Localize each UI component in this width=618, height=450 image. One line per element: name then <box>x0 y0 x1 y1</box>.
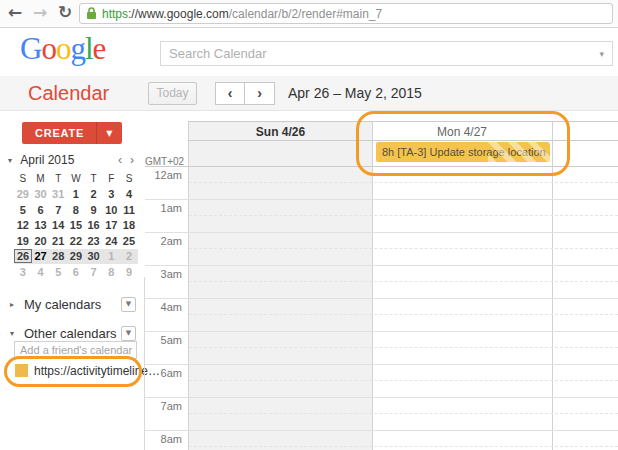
mini-calendar-nav: ▾ April 2015 ‹› <box>8 153 138 167</box>
timezone-label: GMT+02 <box>145 156 184 167</box>
mini-calendar-date[interactable]: 9 <box>120 266 138 278</box>
mini-calendar-date[interactable]: 1 <box>102 250 120 262</box>
mini-calendar-date[interactable]: 13 <box>32 219 50 231</box>
week-nav: ‹ › <box>215 82 275 105</box>
mini-calendar-day-headers: SMTWTFS <box>14 171 138 187</box>
hour-grid-line <box>145 232 618 233</box>
hour-grid-line <box>145 364 618 365</box>
sunday-column-shading <box>189 121 372 450</box>
mini-calendar-date[interactable]: 22 <box>67 235 85 247</box>
mini-calendar-date[interactable]: 14 <box>49 219 67 231</box>
mini-calendar-date[interactable]: 8 <box>102 266 120 278</box>
mini-calendar-date[interactable]: 28 <box>49 250 67 262</box>
add-friend-calendar-input[interactable]: Add a friend's calendar <box>14 341 137 359</box>
mini-calendar-date[interactable]: 4 <box>120 188 138 200</box>
all-day-event[interactable]: 8h [TA-3] Update storage location <box>376 142 550 162</box>
mini-calendar-date[interactable]: 1 <box>67 188 85 200</box>
column-border <box>372 121 373 450</box>
mini-calendar-date[interactable]: 21 <box>49 235 67 247</box>
mini-calendar-date[interactable]: 30 <box>32 188 50 200</box>
mini-calendar-date[interactable]: 11 <box>120 204 138 216</box>
address-bar[interactable]: https://www.google.com/calendar/b/2/rend… <box>79 3 613 24</box>
mini-calendar: SMTWTFS 29303112345678910111213141516171… <box>14 171 138 280</box>
mini-calendar-date[interactable]: 9 <box>85 204 103 216</box>
mini-calendar-selected-date[interactable]: 26 <box>14 249 32 263</box>
mini-calendar-date[interactable]: 31 <box>49 188 67 200</box>
next-week-button[interactable]: › <box>245 82 275 105</box>
mini-calendar-date[interactable]: 6 <box>32 204 50 216</box>
hour-label: 4am <box>145 301 182 313</box>
hour-grid-line <box>145 298 618 299</box>
mini-calendar-prev-icon[interactable]: ‹ <box>114 153 126 167</box>
mini-calendar-day-header: F <box>102 173 120 184</box>
browser-reload-icon[interactable]: ↻ <box>58 2 72 22</box>
mini-calendar-date[interactable]: 23 <box>85 235 103 247</box>
my-calendars-label[interactable]: My calendars <box>24 297 101 312</box>
half-hour-grid-line <box>189 215 618 216</box>
search-input[interactable]: Search Calendar <box>161 46 599 61</box>
my-calendars-dropdown-icon[interactable]: ▼ <box>121 297 136 312</box>
browser-back-icon[interactable]: ← <box>8 2 22 22</box>
ssl-lock-icon <box>86 7 97 20</box>
mini-calendar-date[interactable]: 5 <box>49 266 67 278</box>
mini-calendar-date[interactable]: 16 <box>85 219 103 231</box>
mini-calendar-date[interactable]: 3 <box>102 188 120 200</box>
grid-line <box>145 166 618 167</box>
mini-calendar-date[interactable]: 27 <box>32 250 50 262</box>
mini-calendar-date[interactable]: 5 <box>14 204 32 216</box>
url-text: https://www.google.com/calendar/b/2/rend… <box>102 7 382 21</box>
mini-calendar-date[interactable]: 24 <box>102 235 120 247</box>
logo-letter: o <box>56 31 71 66</box>
mini-calendar-date[interactable]: 3 <box>14 266 32 278</box>
mini-calendar-next-icon[interactable]: › <box>126 153 138 167</box>
other-calendars-dropdown-icon[interactable]: ▼ <box>121 326 136 341</box>
mini-calendar-date[interactable]: 7 <box>85 266 103 278</box>
column-border <box>552 121 553 450</box>
create-button[interactable]: CREATE ▼ <box>22 122 122 144</box>
mini-calendar-grid: 2930311234567891011121314151617181920212… <box>14 187 138 280</box>
mini-calendar-date[interactable]: 30 <box>85 250 103 262</box>
mini-calendar-date[interactable]: 2 <box>85 188 103 200</box>
grid-line <box>188 121 618 122</box>
calendar-grid: Sun 4/26 Mon 4/27 GMT+02 8h [TA-3] Updat… <box>145 111 618 450</box>
mini-calendar-day-header: W <box>67 173 85 184</box>
mini-calendar-date[interactable]: 18 <box>120 219 138 231</box>
browser-forward-icon[interactable]: → <box>33 2 47 22</box>
mini-calendar-date[interactable]: 15 <box>67 219 85 231</box>
external-calendar-item[interactable]: https://activitytimeline… <box>15 363 143 379</box>
mini-calendar-date[interactable]: 20 <box>32 235 50 247</box>
hour-label: 8am <box>145 433 182 445</box>
mini-calendar-date[interactable]: 7 <box>49 204 67 216</box>
mini-calendar-month-label: April 2015 <box>20 153 74 167</box>
mini-calendar-date[interactable]: 8 <box>67 204 85 216</box>
event-stripes-pattern <box>488 142 550 162</box>
search-options-caret-icon[interactable]: ▾ <box>599 49 612 59</box>
create-dropdown-caret-icon[interactable]: ▼ <box>97 129 122 138</box>
mini-calendar-date[interactable]: 2 <box>120 250 138 262</box>
mini-calendar-collapse-icon[interactable]: ▾ <box>8 156 12 165</box>
prev-week-button[interactable]: ‹ <box>215 82 245 105</box>
google-calendar-page: ← → ↻ https://www.google.com/calendar/b/… <box>0 0 618 450</box>
page-title: Calendar <box>28 82 109 105</box>
logo-letter: e <box>93 31 106 66</box>
mini-calendar-date[interactable]: 12 <box>14 219 32 231</box>
mini-calendar-date[interactable]: 25 <box>120 235 138 247</box>
day-header-sun[interactable]: Sun 4/26 <box>189 125 372 139</box>
today-button[interactable]: Today <box>148 82 197 105</box>
external-calendar-label: https://activitytimeline… <box>34 364 160 378</box>
mini-calendar-date[interactable]: 4 <box>32 266 50 278</box>
day-header-mon[interactable]: Mon 4/27 <box>372 125 552 139</box>
other-calendars-collapse-icon[interactable]: ▾ <box>10 329 14 338</box>
mini-calendar-date[interactable]: 19 <box>14 235 32 247</box>
logo-letter: G <box>20 31 41 66</box>
mini-calendar-date[interactable]: 6 <box>67 266 85 278</box>
search-calendar-box[interactable]: Search Calendar ▾ <box>160 41 613 66</box>
mini-calendar-date[interactable]: 29 <box>14 188 32 200</box>
url-path: /calendar/b/2/render#main_7 <box>229 7 382 21</box>
my-calendars-collapse-icon[interactable]: ▸ <box>10 300 14 309</box>
mini-calendar-date[interactable]: 29 <box>67 250 85 262</box>
mini-calendar-day-header: T <box>85 173 103 184</box>
mini-calendar-date[interactable]: 10 <box>102 204 120 216</box>
other-calendars-label[interactable]: Other calendars <box>24 326 117 341</box>
mini-calendar-date[interactable]: 17 <box>102 219 120 231</box>
